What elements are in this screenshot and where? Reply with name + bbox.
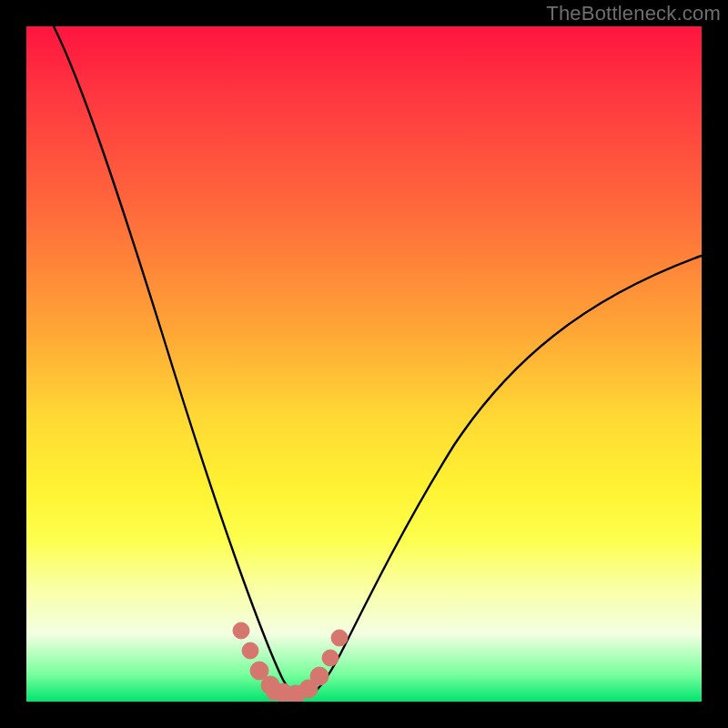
svg-point-7: [310, 667, 329, 685]
plot-area: [26, 26, 702, 702]
chart-frame: TheBottleneck.com: [0, 0, 728, 728]
svg-point-0: [233, 622, 249, 639]
svg-rect-10: [267, 687, 307, 700]
svg-point-9: [331, 630, 348, 646]
bottleneck-curve: [54, 26, 702, 697]
svg-point-8: [322, 650, 339, 666]
curve-svg: [26, 26, 702, 702]
watermark-text: TheBottleneck.com: [546, 2, 721, 25]
svg-point-1: [242, 642, 258, 659]
optimum-markers: [233, 622, 348, 702]
